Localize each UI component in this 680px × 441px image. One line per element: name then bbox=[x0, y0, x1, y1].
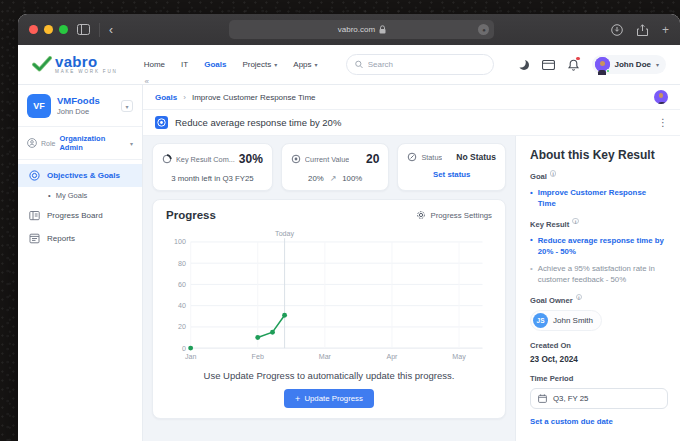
user-menu[interactable]: John Doe ▾ bbox=[592, 55, 666, 74]
card-label: Status bbox=[421, 153, 442, 162]
board-icon bbox=[29, 210, 40, 221]
breadcrumb-goals-link[interactable]: Goals bbox=[155, 93, 177, 102]
nav-goals[interactable]: Goals bbox=[204, 60, 226, 69]
chevron-down-icon: ▾ bbox=[130, 140, 133, 147]
minimize-window-button[interactable] bbox=[44, 25, 53, 34]
sidebar-item-my-goals[interactable]: • My Goals bbox=[18, 187, 142, 204]
goal-owner-chip[interactable]: JS John Smith bbox=[530, 310, 602, 331]
info-icon: i bbox=[576, 294, 583, 301]
zoom-window-button[interactable] bbox=[59, 25, 68, 34]
chevron-down-icon: ▾ bbox=[274, 61, 277, 68]
nav-apps[interactable]: Apps▾ bbox=[293, 60, 317, 69]
status-card: Status No Status Set status bbox=[397, 143, 506, 191]
progress-note: Use Update Progress to automatically upd… bbox=[166, 370, 492, 381]
svg-text:60: 60 bbox=[178, 281, 186, 289]
sidebar-item-objectives-goals[interactable]: Objectives & Goals bbox=[18, 164, 142, 187]
created-on-value: 23 Oct, 2024 bbox=[530, 355, 666, 364]
share-icon[interactable] bbox=[637, 24, 648, 36]
time-period-label: Time Period bbox=[530, 374, 666, 383]
wallet-icon[interactable] bbox=[542, 60, 555, 70]
address-bar[interactable]: vabro.com ● bbox=[229, 20, 494, 39]
goal-link-item[interactable]: • Improve Customer Response Time bbox=[530, 187, 666, 210]
nav-it[interactable]: IT bbox=[181, 60, 188, 69]
chevron-right-icon: › bbox=[183, 93, 186, 102]
set-status-link[interactable]: Set status bbox=[407, 170, 496, 179]
current-value: 20 bbox=[366, 152, 379, 166]
svg-text:80: 80 bbox=[178, 260, 186, 268]
bullet-icon: • bbox=[530, 187, 533, 210]
nav-projects[interactable]: Projects▾ bbox=[242, 60, 277, 69]
chevron-down-icon[interactable]: ▾ bbox=[121, 100, 133, 112]
person-icon bbox=[27, 138, 37, 148]
gear-icon bbox=[416, 210, 426, 220]
svg-text:20: 20 bbox=[178, 323, 186, 331]
notifications-icon[interactable] bbox=[568, 59, 579, 71]
new-tab-icon[interactable]: + bbox=[662, 23, 669, 37]
search-input[interactable] bbox=[368, 60, 485, 69]
search-icon bbox=[355, 60, 363, 69]
target-icon bbox=[29, 170, 40, 181]
chrome-actions: + bbox=[611, 23, 669, 37]
owner-name: John Smith bbox=[553, 316, 593, 325]
back-button[interactable]: ‹ bbox=[109, 24, 113, 36]
key-result-title: Reduce average response time by 20% bbox=[175, 117, 341, 128]
completion-value: 30% bbox=[239, 152, 263, 166]
extension-icon[interactable]: ● bbox=[478, 24, 489, 35]
sidebar-toggle-icon[interactable] bbox=[77, 24, 90, 35]
sidebar-item-progress-board[interactable]: Progress Board bbox=[18, 204, 142, 227]
key-result-muted-item: • Achieve a 95% satisfaction rate in cus… bbox=[530, 263, 666, 286]
bullet-icon: • bbox=[530, 263, 533, 286]
progress-settings-button[interactable]: Progress Settings bbox=[416, 210, 492, 220]
role-value: Organization Admin bbox=[59, 134, 126, 152]
logo-check-icon bbox=[32, 56, 52, 73]
calendar-icon bbox=[538, 394, 547, 403]
bullet-icon: • bbox=[48, 191, 51, 200]
sidebar-item-label: Reports bbox=[47, 234, 75, 243]
sidebar-item-reports[interactable]: Reports bbox=[18, 227, 142, 250]
role-label: Role bbox=[41, 140, 55, 147]
completion-card: Key Result Com... 30% 3 month left in Q3… bbox=[152, 143, 273, 191]
lock-icon bbox=[379, 25, 386, 34]
org-name: VMFoods bbox=[57, 95, 115, 107]
update-progress-button[interactable]: + Update Progress bbox=[284, 389, 374, 408]
user-avatar bbox=[595, 57, 610, 72]
key-result-link-item[interactable]: • Reduce average response time by 20% - … bbox=[530, 235, 666, 258]
main-nav: Home IT Goals Projects▾ Apps▾ bbox=[144, 60, 318, 69]
status-value: No Status bbox=[456, 152, 496, 162]
close-window-button[interactable] bbox=[29, 25, 38, 34]
left-sidebar: « VF VMFoods John Doe ▾ Role Organizatio… bbox=[18, 85, 143, 441]
sidebar-item-label: Objectives & Goals bbox=[47, 171, 120, 180]
role-selector[interactable]: Role Organization Admin ▾ bbox=[18, 127, 142, 159]
app-header: vabro MAKE WORK FUN Home IT Goals Projec… bbox=[18, 45, 680, 85]
breadcrumb: Goals › Improve Customer Response Time bbox=[143, 85, 680, 110]
nav-home[interactable]: Home bbox=[144, 60, 165, 69]
svg-text:May: May bbox=[452, 353, 466, 361]
created-on-label: Created On bbox=[530, 341, 666, 350]
vabro-logo[interactable]: vabro MAKE WORK FUN bbox=[32, 54, 118, 75]
divider bbox=[18, 159, 142, 160]
svg-text:Apr: Apr bbox=[386, 353, 398, 361]
about-title: About this Key Result bbox=[530, 148, 666, 162]
org-switcher[interactable]: VF VMFoods John Doe ▾ bbox=[18, 85, 142, 126]
global-search[interactable] bbox=[346, 54, 494, 75]
info-icon: i bbox=[572, 218, 579, 225]
svg-text:Jan: Jan bbox=[185, 353, 196, 361]
logo-tagline: MAKE WORK FUN bbox=[55, 70, 118, 75]
key-result-icon bbox=[155, 116, 168, 129]
address-bar-container: vabro.com ● bbox=[122, 20, 602, 39]
custom-due-date-link[interactable]: Set a custom due date bbox=[530, 417, 666, 426]
svg-text:Feb: Feb bbox=[252, 353, 264, 361]
downloads-icon[interactable] bbox=[611, 24, 623, 36]
progress-line-chart: 020406080100JanFebMarAprMayToday bbox=[166, 225, 492, 367]
time-period-input[interactable]: Q3, FY 25 bbox=[530, 388, 668, 409]
chrome-divider bbox=[99, 23, 100, 37]
key-result-label: Key Resulti bbox=[530, 220, 666, 229]
sidebar-item-label: Progress Board bbox=[47, 211, 103, 220]
dark-mode-icon[interactable] bbox=[519, 60, 529, 70]
assignee-avatar[interactable] bbox=[654, 90, 668, 104]
more-options-icon[interactable]: ⋮ bbox=[658, 117, 668, 128]
owner-avatar: JS bbox=[533, 313, 548, 328]
svg-text:Today: Today bbox=[275, 230, 294, 238]
arrow-up-right-icon: ↗ bbox=[330, 174, 337, 183]
svg-text:0: 0 bbox=[182, 345, 186, 353]
